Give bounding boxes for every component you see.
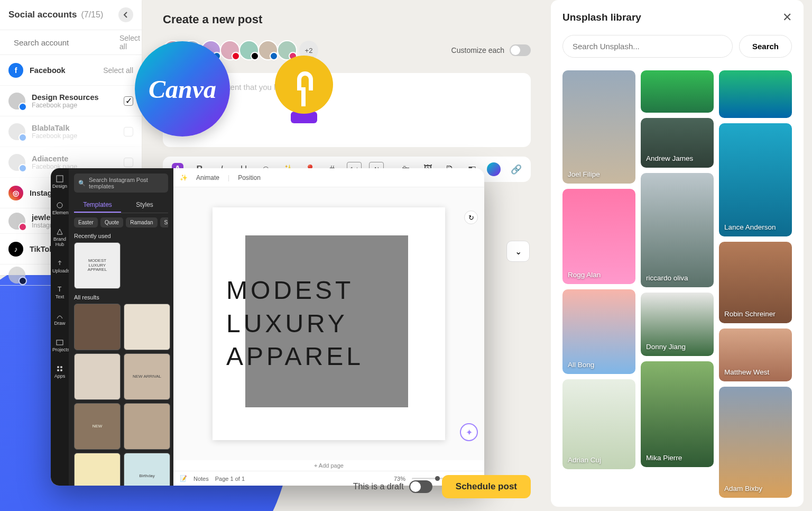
select-all-facebook[interactable]: Select all [103, 66, 133, 75]
canva-nav-elements[interactable]: Elements [52, 201, 67, 216]
unsplash-image-card[interactable]: All Bong [562, 289, 635, 374]
canva-animate[interactable]: Animate [196, 174, 219, 181]
accounts-count: (7/15) [81, 10, 103, 20]
account-checkbox[interactable] [124, 127, 133, 136]
unsplash-image-card[interactable] [641, 70, 714, 113]
canva-logo: Canva [135, 41, 230, 136]
customize-each-label: Customize each [451, 46, 504, 54]
svg-point-8 [57, 369, 59, 371]
back-button[interactable] [118, 7, 133, 22]
customize-each-toggle[interactable] [510, 44, 531, 56]
unsplash-image-card[interactable]: riccardo oliva [641, 173, 714, 287]
unsplash-image-card[interactable]: Andrew James [641, 118, 714, 168]
facebook-group[interactable]: f Facebook Select all [0, 55, 142, 86]
canva-chip[interactable]: Easter [74, 217, 98, 227]
draft-label: This is a draft [353, 482, 404, 491]
svg-point-3 [57, 203, 62, 208]
options-dropdown[interactable]: ⌄ [506, 241, 530, 262]
canva-add-page[interactable]: + Add page [173, 460, 484, 471]
canva-recent-label: Recently used [74, 233, 168, 239]
unsplash-search-button[interactable]: Search [739, 35, 792, 58]
unsplash-panel: Unsplash library ✕ Search Joel FilipeRog… [551, 0, 804, 507]
canva-button[interactable] [486, 162, 501, 177]
canva-refresh-button[interactable]: ↻ [464, 211, 478, 224]
account-row[interactable]: BlablaTalkFacebook page [0, 116, 142, 147]
close-button[interactable]: ✕ [782, 11, 792, 24]
svg-rect-2 [57, 176, 63, 182]
unsplash-title: Unsplash library [562, 12, 641, 23]
select-all-link[interactable]: Select all [119, 34, 140, 51]
unsplash-image-card[interactable]: Adrian Cuj [562, 379, 635, 469]
canva-template-thumb[interactable]: MODESTLUXURYAPPAREL [74, 242, 121, 289]
account-row[interactable]: Design ResourcesFacebook page ✓ [0, 86, 142, 116]
svg-rect-5 [57, 340, 63, 345]
canva-nav-draw[interactable]: Draw [52, 312, 67, 326]
schedule-post-button[interactable]: Schedule post [442, 475, 531, 498]
account-checkbox[interactable]: ✓ [124, 96, 133, 106]
canva-nav-brandhub[interactable]: Brand Hub [52, 227, 67, 248]
unsplash-author: Lance Anderson [724, 223, 776, 231]
canva-design-canvas[interactable]: MODESTLUXURYAPPAREL [213, 207, 445, 440]
unsplash-author: riccardo oliva [646, 274, 688, 282]
unsplash-search-input[interactable] [562, 35, 733, 58]
unsplash-author: Adrian Cuj [568, 456, 601, 464]
unsplash-author: Matthew West [724, 368, 769, 376]
canva-template-thumb[interactable]: NEW [74, 403, 121, 450]
unsplash-author: Joel Filipe [568, 170, 600, 178]
page-title: Create a new post [163, 13, 531, 26]
canva-template-thumb[interactable] [74, 304, 121, 350]
canva-nav: Design Elements Brand Hub Uploads TText … [51, 168, 69, 486]
unsplash-image-card[interactable]: Rogg Alan [562, 189, 635, 284]
canva-template-thumb[interactable] [124, 304, 170, 350]
canva-chip[interactable]: Quote [100, 217, 123, 227]
unsplash-author: Robin Schreiner [724, 310, 776, 318]
unsplash-image-card[interactable]: Mika Pierre [641, 361, 714, 467]
canva-nav-design[interactable]: Design [52, 175, 67, 189]
unsplash-author: Rogg Alan [568, 271, 601, 279]
unsplash-author: Adam Bixby [724, 485, 762, 492]
canva-nav-uploads[interactable]: Uploads [52, 259, 67, 274]
canva-tab-styles[interactable]: Styles [121, 198, 168, 213]
svg-point-7 [60, 366, 62, 368]
canva-template-thumb[interactable] [124, 403, 170, 450]
search-account-input[interactable] [14, 38, 114, 47]
unsplash-image-card[interactable]: Matthew West [719, 328, 792, 381]
account-checkbox[interactable] [124, 158, 133, 167]
svg-text:T: T [58, 286, 62, 293]
unsplash-image-card[interactable]: Lance Anderson [719, 123, 792, 236]
unsplash-author: Mika Pierre [646, 454, 682, 462]
canva-template-thumb[interactable]: NEW ARRIVAL [124, 353, 170, 400]
lightbulb-icon [275, 56, 333, 123]
unsplash-image-card[interactable] [719, 70, 792, 118]
unsplash-image-card[interactable]: Donny Jiang [641, 293, 714, 356]
unsplash-author: All Bong [568, 361, 594, 369]
unsplash-author: Andrew James [646, 154, 693, 162]
canva-chip[interactable]: Ramadan [126, 217, 157, 227]
canva-tab-templates[interactable]: Templates [74, 198, 121, 213]
draft-toggle[interactable] [409, 480, 432, 493]
unsplash-image-card[interactable]: Robin Schreiner [719, 242, 792, 323]
unsplash-image-card[interactable]: Joel Filipe [562, 70, 635, 184]
canva-chip[interactable]: Spring [160, 217, 168, 227]
canva-templates-panel: 🔍 Search Instagram Post templates Templa… [69, 168, 173, 486]
unsplash-author: Donny Jiang [646, 343, 686, 351]
canva-search[interactable]: 🔍 Search Instagram Post templates [74, 174, 168, 193]
selected-account-avatar[interactable] [239, 40, 259, 60]
sidebar-title: Social accounts [8, 10, 77, 20]
canva-position[interactable]: Position [238, 174, 261, 181]
canva-ai-button[interactable]: ✦ [460, 423, 478, 441]
canva-editor-panel: Design Elements Brand Hub Uploads TText … [51, 168, 484, 486]
canva-template-thumb[interactable] [74, 353, 121, 400]
canva-allresults-label: All results [74, 294, 168, 300]
canva-nav-projects[interactable]: Projects [52, 338, 67, 353]
link-button[interactable]: 🔗 [509, 162, 523, 177]
canva-template-thumb[interactable] [74, 453, 121, 486]
unsplash-image-card[interactable]: Adam Bixby [719, 387, 792, 498]
group-label: Facebook [30, 66, 97, 75]
svg-point-9 [60, 369, 62, 371]
canva-nav-apps[interactable]: Apps [52, 364, 67, 379]
svg-point-6 [57, 366, 59, 368]
selected-account-avatar[interactable] [220, 40, 240, 60]
canva-nav-text[interactable]: TText [52, 285, 67, 300]
